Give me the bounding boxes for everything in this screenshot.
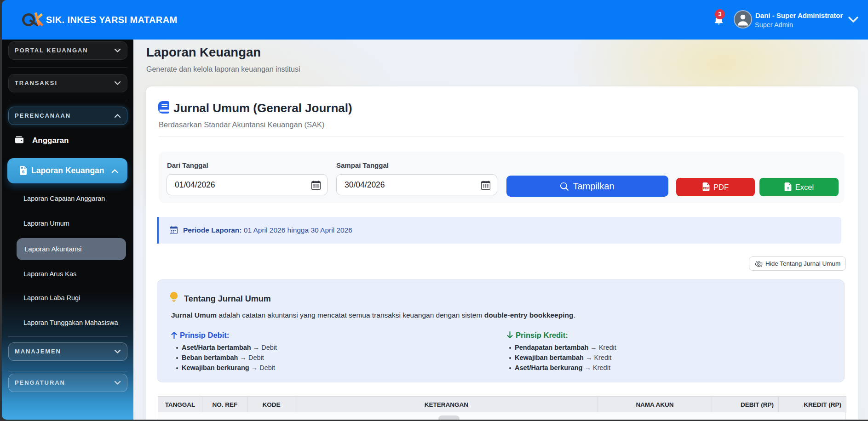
svg-text:x: x: [787, 186, 789, 190]
svg-text:$: $: [22, 169, 25, 174]
svg-text:PDF: PDF: [703, 187, 709, 190]
